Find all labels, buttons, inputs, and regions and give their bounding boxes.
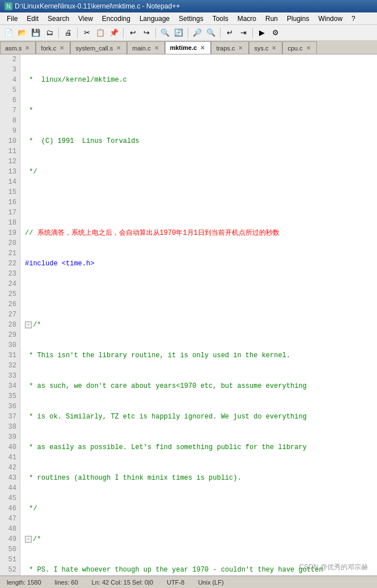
open-button[interactable]: 📂	[16, 27, 28, 39]
toolbar-sep-2	[77, 28, 78, 38]
code-line-12: * as such, we don't care about years<197…	[25, 381, 372, 391]
code-line-8: #include <time.h>	[25, 259, 372, 269]
indent-button[interactable]: ⇥	[237, 27, 249, 39]
title-bar: N D:\LinuxKernel\linux-0.11\kernel\mktim…	[0, 0, 377, 12]
menu-settings[interactable]: Settings	[174, 14, 207, 24]
menu-macro[interactable]: Macro	[233, 14, 261, 24]
find-button[interactable]: 🔍	[159, 27, 171, 39]
zoom-out-button[interactable]: 🔍	[205, 27, 217, 39]
status-length: length: 1580	[5, 579, 44, 586]
toolbar: 📄 📂 💾 🗂 🖨 ✂ 📋 📌 ↩ ↪ 🔍 🔄 🔎 🔍 ↵ ⇥ ▶ ⚙	[0, 25, 377, 41]
redo-button[interactable]: ↪	[140, 27, 153, 39]
menu-encoding[interactable]: Encoding	[98, 14, 135, 24]
status-lineending: Unix (LF)	[196, 579, 226, 586]
tab-syscall-label: system_call.s	[75, 45, 113, 52]
menu-bar: File Edit Search View Encoding Language …	[0, 12, 377, 25]
menu-run[interactable]: Run	[261, 14, 282, 24]
undo-button[interactable]: ↩	[126, 27, 139, 39]
tab-traps[interactable]: traps.c ✕	[211, 41, 249, 54]
tab-asm-close[interactable]: ✕	[24, 45, 31, 51]
wrap-button[interactable]: ↵	[223, 27, 236, 39]
status-lines: lines: 60	[53, 579, 81, 586]
tab-cpu-label: cpu.c	[287, 45, 302, 52]
tab-mktime[interactable]: mktime.c ✕	[165, 41, 211, 54]
tab-sys-close[interactable]: ✕	[270, 45, 277, 51]
tab-fork-label: fork.c	[41, 45, 56, 52]
fold-17[interactable]: -	[25, 536, 32, 543]
tab-main-label: main.c	[132, 45, 150, 52]
tab-asm-label: asm.s	[5, 45, 22, 52]
print-button[interactable]: 🖨	[62, 27, 74, 39]
code-line-17: -/*	[25, 534, 372, 544]
new-button[interactable]: 📄	[2, 27, 15, 39]
cut-button[interactable]: ✂	[81, 27, 93, 39]
toolbar-sep-3	[123, 28, 124, 38]
code-line-10: -/*	[25, 320, 372, 330]
tab-traps-close[interactable]: ✕	[237, 45, 244, 51]
menu-view[interactable]: View	[74, 14, 98, 24]
tab-mktime-label: mktime.c	[170, 44, 197, 51]
tab-syscall[interactable]: system_call.s ✕	[70, 41, 127, 54]
code-line-6	[25, 197, 372, 208]
status-bar: length: 1580 lines: 60 Ln: 42 Col: 15 Se…	[0, 576, 377, 588]
tab-sys-label: sys.c	[254, 45, 268, 52]
tab-fork-close[interactable]: ✕	[58, 45, 65, 51]
code-line-2: * linux/kernel/mktime.c	[25, 75, 372, 85]
title-text: D:\LinuxKernel\linux-0.11\kernel\mktime.…	[15, 2, 180, 10]
tab-main[interactable]: main.c ✕	[127, 41, 164, 54]
tab-bar: asm.s ✕ fork.c ✕ system_call.s ✕ main.c …	[0, 41, 377, 54]
code-line-7: // 系统滴答，系统上电之后，会自动算出从1970年1月1日到当前开机点所过的秒…	[25, 228, 372, 238]
toolbar-sep-7	[252, 28, 253, 38]
code-line-3: *	[25, 105, 372, 116]
save-button[interactable]: 💾	[29, 27, 42, 39]
app-icon: N	[5, 2, 12, 10]
code-line-13: * is ok. Similarly, TZ etc is happily ig…	[25, 412, 372, 422]
tab-syscall-close[interactable]: ✕	[115, 45, 122, 51]
extra-button[interactable]: ⚙	[269, 27, 282, 39]
menu-search[interactable]: Search	[43, 14, 74, 24]
menu-help[interactable]: ?	[347, 14, 360, 24]
tab-fork[interactable]: fork.c ✕	[36, 41, 70, 54]
run-button[interactable]: ▶	[256, 27, 268, 39]
editor-container: 2 3 4 5 6 7 8 9 10 11 12 13 14 15 16 17 …	[0, 54, 377, 576]
watermark: CSDN @优秀的邓宗赫	[299, 562, 368, 572]
line-numbers: 2 3 4 5 6 7 8 9 10 11 12 13 14 15 16 17 …	[0, 54, 20, 576]
tab-sys[interactable]: sys.c ✕	[249, 41, 282, 54]
tab-cpu[interactable]: cpu.c ✕	[282, 41, 316, 54]
toolbar-sep-4	[155, 28, 156, 38]
code-line-14: * as easily as possible. Let's find some…	[25, 442, 372, 452]
code-area[interactable]: * linux/kernel/mktime.c * * (C) 1991 Lin…	[20, 54, 377, 576]
tab-asm[interactable]: asm.s ✕	[0, 41, 36, 54]
status-encoding: UTF-8	[164, 579, 187, 586]
replace-button[interactable]: 🔄	[172, 27, 185, 39]
toolbar-sep-1	[58, 28, 59, 38]
copy-button[interactable]: 📋	[94, 27, 107, 39]
tab-main-close[interactable]: ✕	[153, 45, 160, 51]
tab-cpu-close[interactable]: ✕	[305, 45, 312, 51]
menu-plugins[interactable]: Plugins	[282, 14, 314, 24]
zoom-in-button[interactable]: 🔎	[191, 27, 204, 39]
menu-file[interactable]: File	[2, 14, 22, 24]
menu-tools[interactable]: Tools	[208, 14, 233, 24]
code-line-9	[25, 289, 372, 299]
tab-mktime-close[interactable]: ✕	[199, 45, 206, 51]
code-line-11: * This isn't the library routine, it is …	[25, 350, 372, 361]
toolbar-sep-5	[188, 28, 188, 38]
code-line-15: * routines (although I think minix times…	[25, 473, 372, 483]
menu-edit[interactable]: Edit	[22, 14, 43, 24]
menu-language[interactable]: Language	[135, 14, 174, 24]
paste-button[interactable]: 📌	[108, 27, 120, 39]
code-line-4: * (C) 1991 Linus Torvalds	[25, 136, 372, 146]
menu-window[interactable]: Window	[314, 14, 347, 24]
status-pos: Ln: 42 Col: 15 Sel: 0|0	[90, 579, 156, 586]
code-line-16: */	[25, 504, 372, 514]
save-all-button[interactable]: 🗂	[43, 27, 56, 39]
tab-traps-label: traps.c	[216, 45, 235, 52]
toolbar-sep-6	[220, 28, 221, 38]
fold-10[interactable]: -	[25, 322, 32, 328]
code-line-5: */	[25, 167, 372, 177]
